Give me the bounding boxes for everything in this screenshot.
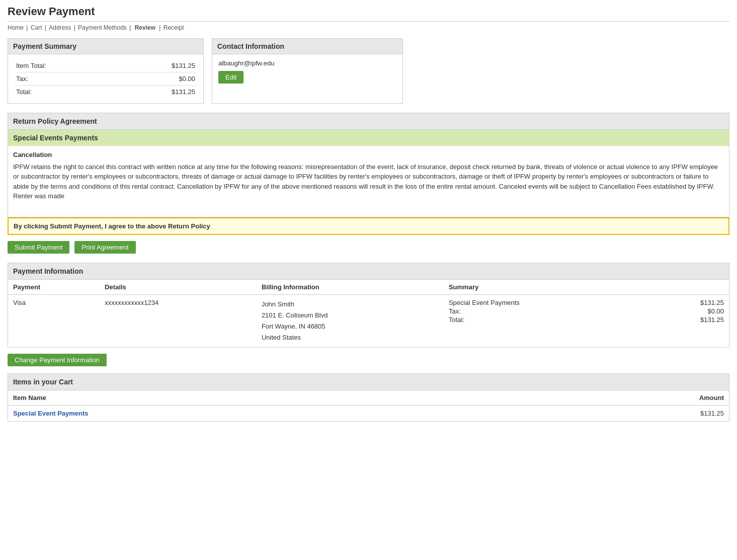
total-value: $131.25 xyxy=(115,86,197,99)
col-summary: Summary xyxy=(444,280,729,295)
breadcrumb-home[interactable]: Home xyxy=(8,24,24,31)
cart-section: Items in your Cart Item Name Amount Spec… xyxy=(8,373,729,422)
contact-info-box: Contact Information albaughr@ipfw.edu Ed… xyxy=(212,38,403,104)
breadcrumb-cart[interactable]: Cart xyxy=(31,24,42,31)
agree-bar: By clicking Submit Payment, I agree to t… xyxy=(8,217,729,235)
tax-label: Tax: xyxy=(14,72,115,86)
contact-info-title: Contact Information xyxy=(212,39,402,54)
item-total-label: Item Total: xyxy=(14,59,115,72)
policy-subheader: Special Events Payments xyxy=(8,130,729,146)
cart-col-item-name: Item Name xyxy=(8,390,520,406)
payment-summary-col: Special Event Payments $131.25 Tax: $0.0… xyxy=(444,295,729,348)
cart-table: Item Name Amount Special Event Payments … xyxy=(8,390,729,421)
agree-text: By clicking Submit Payment, I agree to t… xyxy=(14,222,210,230)
summary-row-item-total: Item Total: $131.25 xyxy=(14,59,197,72)
return-policy-section: Return Policy Agreement Special Events P… xyxy=(8,113,729,235)
payment-info-section: Payment Information Payment Details Bill… xyxy=(8,263,729,348)
action-buttons: Submit Payment Print Agreement xyxy=(8,241,729,254)
breadcrumb-payment-methods[interactable]: Payment Methods xyxy=(78,24,127,31)
payment-info-table: Payment Details Billing Information Summ… xyxy=(8,280,729,347)
policy-body: Cancellation IPFW retains the right to c… xyxy=(8,146,729,205)
cart-item-link[interactable]: Special Event Payments xyxy=(13,410,89,417)
billing-country: United States xyxy=(262,332,439,343)
total-value-2: $131.25 xyxy=(689,316,724,324)
contact-info-body: albaughr@ipfw.edu Edit xyxy=(212,54,402,89)
tax-value-2: $0.00 xyxy=(689,307,724,315)
payment-summary-title: Payment Summary xyxy=(8,39,203,54)
cancellation-label: Cancellation xyxy=(13,150,724,160)
col-payment: Payment xyxy=(8,280,100,295)
breadcrumb: Home | Cart | Address | Payment Methods … xyxy=(8,21,729,31)
submit-payment-button[interactable]: Submit Payment xyxy=(8,241,69,254)
breadcrumb-receipt[interactable]: Receipt xyxy=(163,24,184,31)
tax-label-2: Tax: xyxy=(449,307,461,315)
edit-contact-button[interactable]: Edit xyxy=(218,71,243,84)
col-details: Details xyxy=(100,280,257,295)
payment-summary-table: Item Total: $131.25 Tax: $0.00 Total: $1… xyxy=(14,59,197,98)
summary-row-total: Total: $131.25 xyxy=(14,86,197,99)
payment-summary-body: Item Total: $131.25 Tax: $0.00 Total: $1… xyxy=(8,54,203,103)
policy-scroll-inner: Special Events Payments Cancellation IPF… xyxy=(8,130,729,205)
payment-info-title: Payment Information xyxy=(8,263,729,280)
summary-total: Total: $131.25 xyxy=(449,316,724,324)
page-title: Review Payment xyxy=(8,5,729,18)
cart-item-amount: $131.25 xyxy=(520,406,729,422)
breadcrumb-review: Review xyxy=(135,24,155,31)
print-agreement-button[interactable]: Print Agreement xyxy=(74,241,135,254)
policy-scroll-area[interactable]: Special Events Payments Cancellation IPF… xyxy=(8,129,729,217)
cancellation-text: IPFW retains the right to cancel this co… xyxy=(13,162,724,201)
special-events-value: $131.25 xyxy=(689,299,724,306)
billing-name: John Smith xyxy=(262,299,439,310)
col-billing: Billing Information xyxy=(257,280,444,295)
cart-title: Items in your Cart xyxy=(8,374,729,390)
summary-special-events: Special Event Payments $131.25 xyxy=(449,299,724,306)
summary-tax: Tax: $0.00 xyxy=(449,307,724,315)
tax-value: $0.00 xyxy=(115,72,197,86)
top-row: Payment Summary Item Total: $131.25 Tax:… xyxy=(8,38,729,104)
payment-info-data-row: Visa xxxxxxxxxxxx1234 John Smith 2101 E.… xyxy=(8,295,729,348)
total-label-2: Total: xyxy=(449,316,464,324)
cart-item-name: Special Event Payments xyxy=(8,406,520,422)
breadcrumb-address[interactable]: Address xyxy=(49,24,71,31)
cart-row: Special Event Payments $131.25 xyxy=(8,406,729,422)
cart-header-row: Item Name Amount xyxy=(8,390,729,406)
item-total-value: $131.25 xyxy=(115,59,197,72)
special-events-label: Special Event Payments xyxy=(449,299,520,306)
billing-street: 2101 E. Coliseum Blvd xyxy=(262,310,439,321)
change-payment-button[interactable]: Change Payment Information xyxy=(8,354,107,366)
card-number: xxxxxxxxxxxx1234 xyxy=(100,295,257,348)
payment-type: Visa xyxy=(8,295,100,348)
total-label: Total: xyxy=(14,86,115,99)
summary-row-tax: Tax: $0.00 xyxy=(14,72,197,86)
billing-city: Fort Wayne, IN 46805 xyxy=(262,321,439,332)
billing-address: John Smith 2101 E. Coliseum Blvd Fort Wa… xyxy=(257,295,444,348)
contact-email: albaughr@ipfw.edu xyxy=(218,59,396,67)
return-policy-title: Return Policy Agreement xyxy=(8,113,729,129)
cart-col-amount: Amount xyxy=(520,390,729,406)
change-payment-btn-wrap: Change Payment Information xyxy=(8,354,729,366)
payment-info-header-row: Payment Details Billing Information Summ… xyxy=(8,280,729,295)
payment-summary-box: Payment Summary Item Total: $131.25 Tax:… xyxy=(8,38,204,104)
